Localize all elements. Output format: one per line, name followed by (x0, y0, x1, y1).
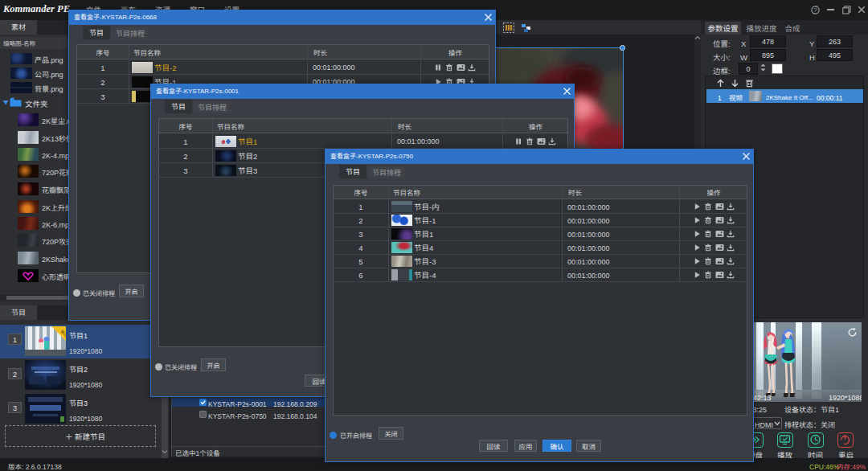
svg-text:?: ? (813, 6, 817, 14)
